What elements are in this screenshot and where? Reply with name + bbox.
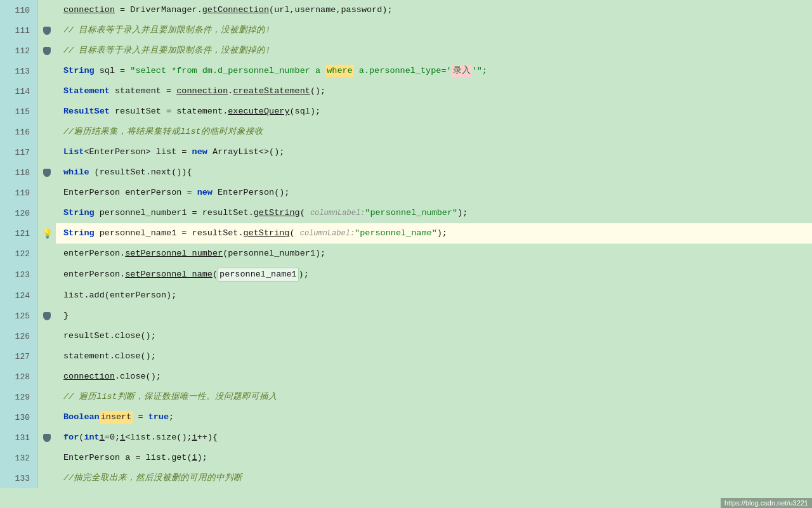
code-line: 123 enterPerson.setPersonnel_name(person…: [0, 264, 812, 285]
code-content: EnterPerson a = list.get(i);: [56, 448, 812, 468]
line-number: 113: [0, 61, 38, 81]
code-line: 114Statement statement = connection.crea…: [0, 81, 812, 101]
code-editor: 110connection = DriverManager.getConnect…: [0, 0, 812, 508]
line-number: 117: [0, 142, 38, 162]
line-number: 128: [0, 367, 38, 387]
line-number: 115: [0, 101, 38, 122]
keyword-token: new: [192, 146, 207, 159]
code-line: 129// 遍历list判断，保证数据唯一性。没问题即可插入: [0, 387, 812, 407]
keyword-token: new: [197, 186, 213, 199]
gutter: [38, 81, 56, 101]
var-box-token: personnel_name1: [218, 268, 299, 282]
keyword-token: ResultSet: [63, 105, 110, 118]
gutter: [38, 264, 56, 285]
code-content: //抽完全取出来，然后没被删的可用的中判断: [56, 468, 812, 488]
code-content: // 目标表等于录入并且要加限制条件，没被删掉的!: [56, 41, 812, 61]
code-content: List<EnterPerson> list = new ArrayList<>…: [56, 142, 812, 162]
gutter: [38, 20, 56, 41]
code-content: // 目标表等于录入并且要加限制条件，没被删掉的!: [56, 20, 812, 41]
code-content: connection.close();: [56, 367, 812, 387]
code-content: String sql = "select *from dm.d_personne…: [56, 61, 812, 81]
gutter: [38, 0, 56, 20]
code-line: 132 EnterPerson a = list.get(i);: [0, 448, 812, 468]
code-line: 125}: [0, 306, 812, 326]
line-number: 124: [0, 285, 38, 306]
code-line: 122 enterPerson.setPersonnel_number(pers…: [0, 244, 812, 264]
gutter: 💡: [38, 223, 56, 244]
code-content: //遍历结果集，将结果集转成list的临时对象接收: [56, 122, 812, 142]
code-line: 128connection.close();: [0, 367, 812, 387]
code-line: 131for(int i=0;i<list.size();i++){: [0, 427, 812, 448]
comment-token: // 遍历list判断，保证数据唯一性。没问题即可插入: [63, 391, 277, 403]
keyword-token: Boolean: [63, 411, 100, 424]
code-line: 124 list.add(enterPerson);: [0, 285, 812, 306]
code-line: 113String sql = "select *from dm.d_perso…: [0, 61, 812, 81]
string-token: '";: [472, 65, 487, 77]
param-value-token: "personnel_name": [355, 227, 437, 240]
line-number: 118: [0, 162, 38, 183]
code-line: 118while (resultSet.next()){: [0, 162, 812, 183]
code-line: 116//遍历结果集，将结果集转成list的临时对象接收: [0, 122, 812, 142]
insert-highlight-token: insert: [100, 411, 133, 424]
gutter: [38, 367, 56, 387]
gutter: [38, 346, 56, 367]
gutter: [38, 427, 56, 448]
underline-token: setPersonnel_number: [125, 247, 223, 260]
line-number: 111: [0, 20, 38, 41]
line-number: 122: [0, 244, 38, 264]
comment-token: //抽完全取出来，然后没被删的可用的中判断: [63, 472, 242, 485]
comment-token: // 目标表等于录入并且要加限制条件，没被删掉的!: [63, 44, 270, 57]
code-line: 121💡 String personnel_name1 = resultSet.…: [0, 223, 812, 244]
line-number: 116: [0, 122, 38, 142]
bulb-icon[interactable]: 💡: [42, 228, 52, 238]
line-number: 129: [0, 387, 38, 407]
code-content: Statement statement = connection.createS…: [56, 81, 812, 101]
keyword-token: true: [148, 411, 169, 424]
param-hint-token: columnLabel:: [300, 227, 355, 240]
gutter: [38, 101, 56, 122]
shield-icon: [43, 312, 51, 320]
code-line: 133 //抽完全取出来，然后没被删的可用的中判断: [0, 468, 812, 488]
line-number: 120: [0, 203, 38, 223]
shield-icon: [43, 434, 51, 442]
code-content: statement.close();: [56, 346, 812, 367]
line-number: 131: [0, 427, 38, 448]
line-number: 112: [0, 41, 38, 61]
code-content: enterPerson.setPersonnel_number(personne…: [56, 244, 812, 264]
code-content: // 遍历list判断，保证数据唯一性。没问题即可插入: [56, 387, 812, 407]
underline-token: getConnection: [202, 4, 269, 16]
gutter: [38, 326, 56, 346]
code-line: 111// 目标表等于录入并且要加限制条件，没被删掉的!: [0, 20, 812, 41]
url-bar: https://blog.csdn.net/u3221: [721, 498, 812, 508]
gutter: [38, 41, 56, 61]
gutter: [38, 142, 56, 162]
code-content: String personnel_number1 = resultSet.get…: [56, 203, 812, 223]
code-line: 120 String personnel_number1 = resultSet…: [0, 203, 812, 223]
code-content: list.add(enterPerson);: [56, 285, 812, 306]
underline-token: i: [192, 452, 197, 464]
keyword-token: String: [63, 65, 95, 77]
code-content: connection = DriverManager.getConnection…: [56, 0, 812, 20]
line-number: 130: [0, 407, 38, 427]
insert-string-token: 录入: [452, 65, 472, 77]
code-line: 130Boolean insert = true;: [0, 407, 812, 427]
underline-token: connection: [63, 4, 115, 16]
line-number: 126: [0, 326, 38, 346]
keyword-token: String: [63, 227, 95, 240]
gutter: [38, 244, 56, 264]
line-number: 127: [0, 346, 38, 367]
code-line: 112// 目标表等于录入并且要加限制条件，没被删掉的!: [0, 41, 812, 61]
keyword-token: while: [63, 166, 89, 179]
code-content: String personnel_name1 = resultSet.getSt…: [56, 223, 812, 244]
code-content: enterPerson.setPersonnel_name(personnel_…: [56, 264, 812, 285]
keyword-token: String: [63, 207, 95, 219]
underline-token: getString: [254, 207, 300, 219]
underline-token: executeQuery: [228, 105, 289, 118]
gutter: [38, 285, 56, 306]
underline-token: i: [120, 431, 125, 444]
keyword-token: int: [84, 431, 99, 444]
code-content: Boolean insert = true;: [56, 407, 812, 427]
line-number: 125: [0, 306, 38, 326]
code-line: 119 EnterPerson enterPerson = new EnterP…: [0, 183, 812, 203]
keyword-token: Statement: [63, 85, 110, 98]
